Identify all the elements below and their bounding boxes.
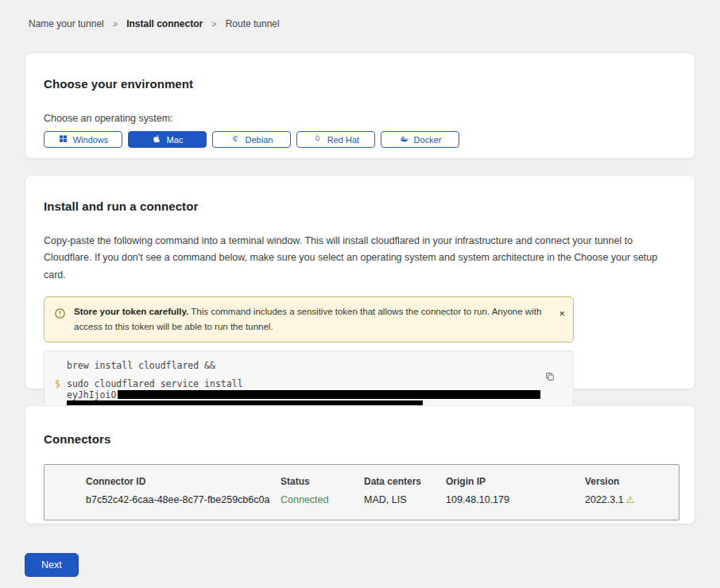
install-command-codeblock: brew install cloudflared && $ sudo cloud… xyxy=(44,350,574,407)
os-button-redhat[interactable]: Red Hat xyxy=(296,131,375,148)
os-button-label: Docker xyxy=(414,135,442,145)
os-button-debian[interactable]: Debian xyxy=(212,131,291,148)
command-text: sudo cloudflared service install xyxy=(67,378,243,389)
breadcrumb-separator: > xyxy=(211,19,216,29)
col-connector-id: Connector ID xyxy=(86,476,281,487)
install-connector-card: Install and run a connector Copy-paste t… xyxy=(25,175,695,389)
breadcrumb-step-name-tunnel[interactable]: Name your tunnel xyxy=(29,18,104,29)
os-button-windows[interactable]: Windows xyxy=(44,131,122,148)
breadcrumb: Name your tunnel > Install connector > R… xyxy=(29,18,280,29)
token-warning-alert: Store your token carefully. This command… xyxy=(44,296,574,342)
table-header-row: Connector ID Status Data centers Origin … xyxy=(86,476,679,487)
status-badge: Connected xyxy=(281,494,364,505)
card-title: Install and run a connector xyxy=(44,176,676,213)
alert-title: Store your token carefully. xyxy=(74,307,188,316)
os-select-label: Choose an operating system: xyxy=(44,113,676,124)
cell-data-centers: MAD, LIS xyxy=(364,494,446,505)
apple-icon xyxy=(152,133,162,145)
cell-version: 2022.3.1⚠ xyxy=(585,494,679,505)
card-title: Choose your environment xyxy=(44,53,676,91)
breadcrumb-step-install-connector[interactable]: Install connector xyxy=(126,18,203,29)
info-circle-icon xyxy=(54,308,66,335)
card-title: Connectors xyxy=(44,406,676,446)
os-button-docker[interactable]: Docker xyxy=(381,131,459,148)
col-origin-ip: Origin IP xyxy=(446,476,585,487)
alert-text: Store your token carefully. This command… xyxy=(74,304,549,335)
breadcrumb-step-route-tunnel[interactable]: Route tunnel xyxy=(226,18,280,29)
cell-connector-id: b7c52c42-6caa-48ee-8c77-fbe259cb6c0a xyxy=(86,494,281,505)
connectors-card: Connectors Connector ID Status Data cent… xyxy=(25,405,695,524)
code-line-token: eyJhIjoiO xyxy=(67,389,551,400)
col-status: Status xyxy=(281,476,364,487)
breadcrumb-separator: > xyxy=(113,19,118,29)
close-icon[interactable]: × xyxy=(559,308,565,319)
version-warning-icon: ⚠ xyxy=(626,494,635,505)
col-data-centers: Data centers xyxy=(364,476,446,487)
cell-origin-ip: 109.48.10.179 xyxy=(446,494,585,505)
os-button-label: Windows xyxy=(73,135,109,145)
os-button-label: Debian xyxy=(246,135,273,145)
shell-prompt: $ xyxy=(55,378,60,389)
os-button-mac[interactable]: Mac xyxy=(128,131,207,148)
docker-icon xyxy=(399,133,409,145)
connectors-table: Connector ID Status Data centers Origin … xyxy=(44,464,679,520)
install-description: Copy-paste the following command into a … xyxy=(44,233,675,284)
token-prefix: eyJhIjoiO xyxy=(67,389,116,400)
copy-icon[interactable] xyxy=(543,371,557,385)
code-line-brew: brew install cloudflared && xyxy=(67,360,551,371)
col-version: Version xyxy=(585,476,679,487)
choose-environment-card: Choose your environment Choose an operat… xyxy=(25,52,695,159)
page: Name your tunnel > Install connector > R… xyxy=(0,0,720,588)
redacted-token-bar xyxy=(118,390,540,399)
code-line-command: $ sudo cloudflared service install xyxy=(67,378,551,389)
redhat-icon xyxy=(312,133,323,145)
next-button[interactable]: Next xyxy=(25,553,79,577)
os-button-label: Mac xyxy=(167,135,184,145)
debian-icon xyxy=(230,133,241,145)
table-row: b7c52c42-6caa-48ee-8c77-fbe259cb6c0a Con… xyxy=(86,494,679,505)
windows-icon xyxy=(58,133,68,145)
os-button-label: Red Hat xyxy=(327,135,359,145)
os-button-row: Windows Mac Debian Red Hat xyxy=(44,131,676,148)
